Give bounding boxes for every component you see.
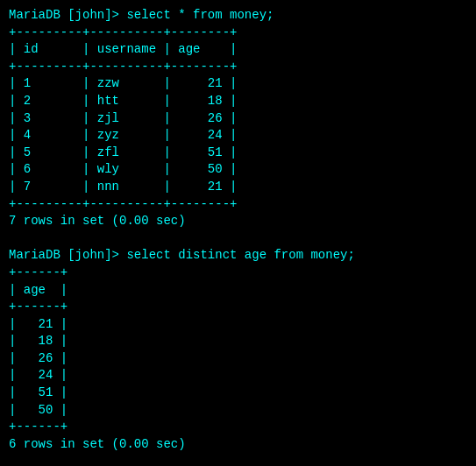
query1-row-5: | 5 | zfl | 51 | [9,145,467,162]
terminal: MariaDB [john]> select * from money; +--… [9,7,467,453]
query1-row-2: | 2 | htt | 18 | [9,93,467,110]
query2-row-3: | 26 | [9,350,467,368]
query2-row-1: | 21 | [9,316,467,334]
query2-row-2: | 18 | [9,333,467,350]
query1-table-divider: +---------+----------+--------+ [9,59,467,76]
query2-row-5: | 51 | [9,385,467,402]
query1-table-top: +---------+----------+--------+ [9,25,467,42]
query2-row-4: | 24 | [9,367,467,385]
query1-table-header: | id | username | age | [9,41,467,59]
query2-prompt: MariaDB [john]> select distinct age from… [9,247,467,265]
query2-result: 6 rows in set (0.00 sec) [9,436,467,454]
query1-row-1: | 1 | zzw | 21 | [9,75,467,93]
query2-table-bottom: +------+ [9,419,467,436]
query2-row-6: | 50 | [9,402,467,420]
query1-result: 7 rows in set (0.00 sec) [9,213,467,230]
query2-table-divider: +------+ [9,299,467,316]
query1-table-bottom: +---------+----------+--------+ [9,196,467,214]
query2-table-top: +------+ [9,265,467,282]
blank-line-1 [9,230,467,248]
query2-table-header: | age | [9,282,467,300]
query1-row-3: | 3 | zjl | 26 | [9,110,467,128]
query1-prompt: MariaDB [john]> select * from money; [9,7,467,25]
query1-row-7: | 7 | nnn | 21 | [9,179,467,196]
query1-row-4: | 4 | zyz | 24 | [9,127,467,145]
query1-row-6: | 6 | wly | 50 | [9,161,467,179]
